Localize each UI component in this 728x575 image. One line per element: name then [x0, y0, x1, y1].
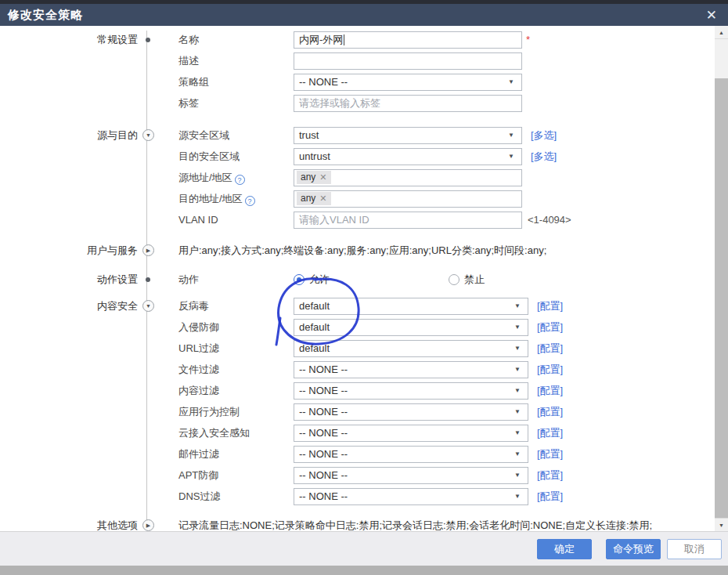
profile-label: URL过滤 [164, 342, 294, 356]
field-row-tags: 标签 请选择或输入标签 [164, 92, 728, 114]
scroll-up-icon[interactable]: ▲ [715, 26, 728, 39]
configure-link[interactable]: [配置] [537, 426, 563, 440]
collapse-collapsed-icon[interactable]: ▶ [142, 519, 154, 531]
profile-label: 文件过滤 [164, 363, 294, 377]
dialog-titlebar: 修改安全策略 ✕ [0, 4, 728, 26]
modify-security-policy-dialog: 修改安全策略 ✕ 常规设置 名称 内网-外网 * 描述 [0, 0, 728, 575]
chevron-down-icon: ▼ [514, 408, 521, 415]
section-action-content: 动作 允许 禁止 [164, 269, 728, 290]
chevron-down-icon: ▼ [514, 450, 521, 457]
radio-unselected-icon [449, 274, 460, 285]
name-label: 名称 [164, 33, 294, 47]
help-icon[interactable]: ? [235, 175, 245, 185]
required-asterisk: * [526, 34, 530, 45]
name-input[interactable]: 内网-外网 [294, 31, 522, 49]
configure-link[interactable]: [配置] [537, 468, 563, 483]
configure-link[interactable]: [配置] [537, 363, 563, 377]
section-label-text: 常规设置 [97, 34, 138, 45]
field-row-description: 描述 [164, 50, 728, 71]
dst-zone-select[interactable]: untrust ▼ [294, 148, 522, 165]
section-other: 其他选项 ▶ 记录流量日志:NONE;记录策略命中日志:禁用;记录会话日志:禁用… [0, 516, 728, 531]
tag-text: any [301, 192, 315, 205]
profile-value: default [299, 300, 330, 312]
background-strip [0, 566, 728, 575]
section-label-text: 内容安全 [97, 300, 138, 312]
dst-addr-tag: any✕ [297, 192, 331, 205]
configure-link[interactable]: [配置] [537, 342, 563, 356]
profile-value: -- NONE -- [299, 469, 348, 481]
profile-select[interactable]: default ▼ [294, 298, 528, 315]
src-zone-select[interactable]: trust ▼ [294, 127, 522, 144]
dst-zone-multi-select-link[interactable]: [多选] [531, 150, 557, 164]
close-icon[interactable]: ✕ [706, 9, 717, 22]
policy-group-select[interactable]: -- NONE -- ▼ [294, 74, 522, 91]
action-label: 动作 [164, 273, 294, 287]
chevron-down-icon: ▼ [514, 302, 521, 309]
configure-link[interactable]: [配置] [537, 320, 563, 335]
chevron-down-icon: ▼ [514, 324, 521, 331]
content-security-row: URL过滤 default ▼ [配置] [164, 338, 728, 359]
chevron-down-icon: ▼ [514, 493, 521, 500]
dialog-footer: 确定 命令预览 取消 [0, 531, 728, 566]
content-security-row: APT防御 -- NONE -- ▼ [配置] [164, 465, 728, 486]
configure-link[interactable]: [配置] [537, 384, 563, 398]
help-icon[interactable]: ? [245, 196, 255, 206]
scroll-down-icon[interactable]: ▼ [715, 518, 728, 531]
section-label-text: 源与目的 [97, 129, 138, 141]
content-security-row: DNS过滤 -- NONE -- ▼ [配置] [164, 486, 728, 507]
profile-select[interactable]: -- NONE -- ▼ [294, 425, 528, 442]
command-preview-button[interactable]: 命令预览 [606, 539, 661, 559]
profile-label: 邮件过滤 [164, 447, 294, 461]
chevron-down-icon: ▼ [514, 387, 521, 394]
configure-link[interactable]: [配置] [537, 490, 563, 504]
text-caret [344, 34, 344, 45]
field-row-name: 名称 内网-外网 * [164, 29, 728, 50]
profile-value: -- NONE -- [299, 385, 348, 396]
policy-group-value: -- NONE -- [299, 76, 348, 88]
profile-select[interactable]: default ▼ [294, 340, 528, 357]
section-label-content-security: 内容安全 ▼ [0, 295, 164, 316]
configure-link[interactable]: [配置] [537, 299, 563, 313]
field-row-action: 动作 允许 禁止 [164, 269, 728, 290]
profile-select[interactable]: -- NONE -- ▼ [294, 488, 528, 505]
field-row-src-zone: 源安全区域 trust ▼ [多选] [164, 125, 728, 146]
tags-label: 标签 [164, 96, 294, 110]
ok-button[interactable]: 确定 [537, 539, 592, 559]
radio-allow[interactable]: 允许 [294, 273, 330, 287]
profile-value: default [299, 342, 330, 354]
radio-deny-label: 禁止 [464, 273, 485, 287]
chevron-down-icon: ▼ [508, 78, 514, 85]
profile-select[interactable]: -- NONE -- ▼ [294, 446, 528, 463]
description-input[interactable] [294, 52, 522, 70]
other-summary-row: 记录流量日志:NONE;记录策略命中日志:禁用;记录会话日志:禁用;会话老化时间… [164, 516, 728, 531]
radio-deny[interactable]: 禁止 [449, 273, 485, 287]
cancel-button[interactable]: 取消 [667, 539, 722, 559]
profile-select[interactable]: -- NONE -- ▼ [294, 403, 528, 421]
tags-input[interactable]: 请选择或输入标签 [294, 95, 522, 112]
remove-tag-icon[interactable]: ✕ [319, 192, 326, 205]
configure-link[interactable]: [配置] [537, 405, 563, 419]
section-user-service-content: 用户:any;接入方式:any;终端设备:any;服务:any;应用:any;U… [164, 241, 728, 260]
section-general-content: 名称 内网-外网 * 描述 策略组 -- NONE -- ▼ [164, 29, 728, 114]
src-addr-input[interactable]: any✕ [294, 169, 522, 186]
profile-select[interactable]: -- NONE -- ▼ [294, 382, 528, 400]
profile-value: -- NONE -- [299, 427, 348, 439]
collapse-expanded-icon[interactable]: ▼ [142, 300, 154, 312]
configure-link[interactable]: [配置] [537, 447, 563, 461]
collapse-collapsed-icon[interactable]: ▶ [142, 244, 154, 256]
content-security-rows: 反病毒 default ▼ [配置] 入侵防御 default ▼ [164, 295, 728, 507]
dst-addr-label: 目的地址/地区? [164, 192, 294, 206]
profile-select[interactable]: default ▼ [294, 319, 528, 336]
profile-select[interactable]: -- NONE -- ▼ [294, 467, 528, 484]
action-radio-group: 允许 禁止 [294, 273, 485, 287]
section-label-text: 用户与服务 [87, 244, 138, 256]
radio-allow-label: 允许 [309, 273, 330, 287]
collapse-expanded-icon[interactable]: ▼ [142, 129, 154, 141]
vlan-input[interactable]: 请输入VLAN ID [294, 212, 522, 229]
scrollbar-thumb[interactable] [715, 39, 728, 78]
dst-addr-label-text: 目的地址/地区 [178, 193, 243, 204]
profile-select[interactable]: -- NONE -- ▼ [294, 361, 528, 378]
src-zone-multi-select-link[interactable]: [多选] [531, 128, 557, 143]
dst-addr-input[interactable]: any✕ [294, 190, 522, 208]
remove-tag-icon[interactable]: ✕ [319, 171, 326, 184]
